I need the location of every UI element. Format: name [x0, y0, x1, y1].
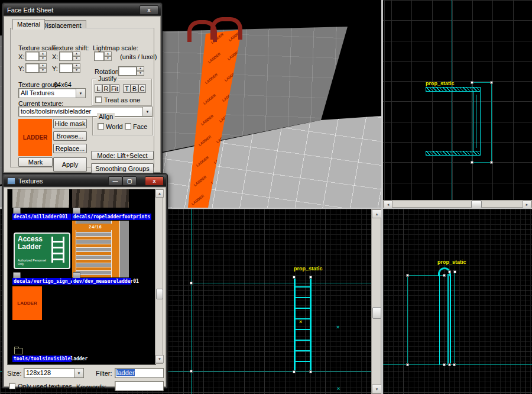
spin-down-icon[interactable]: ▼ [104, 56, 112, 61]
selection-handle[interactable] [406, 274, 409, 277]
chevron-down-icon[interactable]: ▼ [76, 89, 85, 98]
hide-mask-button[interactable]: Hide mask [53, 119, 87, 128]
close-icon[interactable]: x [140, 5, 158, 15]
current-texture-dropdown[interactable]: tools/toolsinvisibleladder ▼ [18, 106, 153, 117]
justify-fit-button[interactable]: Fit [110, 84, 119, 93]
selection-handle[interactable] [490, 161, 493, 164]
scrollbar-thumb[interactable] [156, 289, 163, 299]
chevron-down-icon[interactable]: ▼ [142, 107, 152, 116]
selection-handle[interactable] [443, 274, 446, 277]
texture-thumb-milladder[interactable] [12, 189, 69, 208]
tab-material[interactable]: Material [12, 19, 45, 30]
mode-lift-select-button[interactable]: Mode: Lift+Select [91, 151, 154, 160]
close-icon[interactable]: x [145, 176, 164, 186]
apply-button[interactable]: Apply [53, 157, 87, 172]
selection-handle[interactable] [453, 270, 456, 273]
maximize-icon[interactable]: ▢ [122, 176, 137, 186]
texture-thumb-measureladder[interactable]: 24/16 [72, 221, 129, 277]
shift-y-spinner[interactable]: ▲▼ [59, 63, 80, 73]
browse-button[interactable]: Browse... [53, 131, 87, 141]
ladder-rail-sideview[interactable] [447, 274, 451, 364]
shift-x-spinner[interactable]: ▲▼ [59, 51, 80, 61]
scroll-right-icon[interactable]: ► [523, 201, 531, 208]
viewport-2d-top[interactable]: prop_static ◄ ► [383, 0, 532, 208]
horizontal-scrollbar[interactable]: ◄ ► [383, 200, 532, 208]
selection-handle[interactable] [453, 363, 456, 366]
lightmap-scale-spinner[interactable]: ▲▼ [94, 51, 112, 61]
align-world-checkbox[interactable] [98, 123, 104, 130]
justify-bottom-button[interactable]: B [131, 84, 138, 93]
scroll-left-icon[interactable]: ◄ [384, 201, 392, 208]
selection-handle[interactable] [309, 370, 312, 373]
viewport-2d-side[interactable]: prop_static [383, 209, 532, 394]
size-dropdown[interactable]: 128x128 ▼ [24, 368, 84, 378]
treat-as-one-checkbox[interactable] [95, 96, 102, 103]
selection-handle[interactable] [190, 370, 193, 373]
chevron-down-icon[interactable]: ▼ [74, 369, 83, 377]
selection-handle[interactable] [406, 363, 409, 366]
smoothing-groups-button[interactable]: Smoothing Groups [91, 163, 154, 174]
spin-down-icon[interactable]: ▼ [137, 71, 144, 76]
justify-right-button[interactable]: R [102, 84, 110, 93]
selection-handle[interactable] [443, 363, 446, 366]
texture-name[interactable]: decals/ropeladderfootprints [72, 214, 151, 220]
ladder-rail-topview[interactable] [426, 87, 481, 92]
spin-down-icon[interactable]: ▼ [73, 56, 80, 61]
texture-browser-list[interactable]: decals/milladder001 decals/ropeladderfoo… [7, 189, 156, 365]
ladder-rail-left[interactable] [294, 277, 296, 372]
scrollbar-thumb[interactable] [471, 201, 482, 208]
selection-handle[interactable] [490, 81, 493, 84]
texture-thumb-access-sign[interactable]: Access Ladder Authorized Personnel Only [14, 232, 70, 269]
ladder-rail-topview[interactable] [426, 151, 481, 156]
vertical-scrollbar[interactable]: ▲ ▼ [371, 209, 381, 394]
selection-handle[interactable] [293, 276, 296, 279]
texture-name[interactable]: decals/vertigo_sign_access [12, 278, 72, 285]
selection-handle[interactable] [471, 161, 473, 164]
replace-button[interactable]: Replace... [53, 144, 87, 153]
scroll-down-icon[interactable]: ▼ [155, 355, 164, 363]
selection-handle[interactable] [448, 270, 451, 273]
texture-name[interactable]: decals/milladder001 [12, 214, 72, 220]
selection-handle[interactable] [293, 370, 296, 373]
justify-center-button[interactable]: C [138, 84, 146, 93]
spin-up-icon[interactable]: ▲ [39, 63, 47, 68]
align-face-checkbox[interactable] [125, 123, 131, 130]
mark-button[interactable]: Mark [18, 157, 53, 167]
spin-up-icon[interactable]: ▲ [39, 51, 47, 56]
spin-up-icon[interactable]: ▲ [73, 51, 80, 56]
scale-x-spinner[interactable]: ▲▼ [25, 51, 47, 61]
spin-down-icon[interactable]: ▼ [39, 56, 47, 61]
only-used-textures-checkbox[interactable] [9, 383, 15, 389]
selection-handle[interactable] [190, 282, 193, 285]
face-edit-titlebar[interactable]: Face Edit Sheet x [4, 4, 161, 15]
selection-handle[interactable] [309, 276, 312, 279]
scale-y-spinner[interactable]: ▲▼ [25, 63, 47, 73]
spin-up-icon[interactable]: ▲ [73, 63, 80, 68]
3d-ladder-handle-right[interactable] [210, 17, 242, 40]
spin-up-icon[interactable]: ▲ [104, 51, 112, 56]
texture-name[interactable]: dev/dev_measureladder01 [72, 278, 131, 285]
selection-handle[interactable] [471, 81, 473, 84]
filter-input[interactable]: ladder [115, 368, 164, 378]
rotation-spinner[interactable]: ▲▼ [118, 66, 144, 76]
spin-down-icon[interactable]: ▼ [39, 68, 47, 73]
scroll-up-icon[interactable]: ▲ [155, 189, 164, 198]
ladder-rail-right[interactable] [310, 277, 312, 372]
justify-left-button[interactable]: L [95, 84, 102, 93]
selection-edge [491, 82, 492, 163]
justify-top-button[interactable]: T [123, 84, 131, 93]
scrollbar-thumb[interactable] [372, 307, 381, 319]
selection-handle[interactable] [448, 363, 451, 366]
texture-thumb-ropeladder[interactable] [72, 189, 129, 208]
texture-group-dropdown[interactable]: All Textures ▼ [18, 88, 86, 98]
textures-titlebar[interactable]: Textures — ▢ x [4, 175, 166, 186]
spin-up-icon[interactable]: ▲ [137, 66, 144, 71]
spin-down-icon[interactable]: ▼ [73, 68, 80, 73]
texture-name-selected[interactable]: tools/toolsinvisibleladder [12, 356, 72, 362]
texture-list-scrollbar[interactable]: ▲ ▼ [155, 189, 163, 364]
scroll-down-icon[interactable]: ▼ [372, 385, 381, 393]
minimize-icon[interactable]: — [108, 176, 122, 186]
keywords-input[interactable] [115, 381, 164, 391]
texture-thumb-invisibleladder[interactable]: LADDER [12, 286, 42, 320]
scroll-up-icon[interactable]: ▲ [372, 209, 381, 218]
